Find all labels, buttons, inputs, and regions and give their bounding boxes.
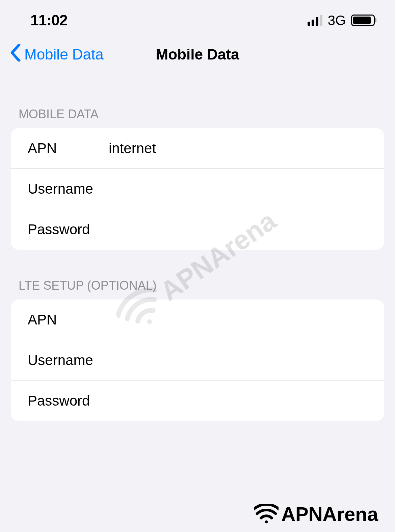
signal-icon	[308, 15, 322, 26]
row-password[interactable]: Password	[11, 209, 384, 250]
section-header-lte: LTE SETUP (OPTIONAL)	[0, 250, 395, 299]
battery-icon	[351, 15, 375, 26]
chevron-left-icon	[10, 44, 21, 65]
row-label-username: Username	[28, 181, 109, 197]
apn-input[interactable]	[109, 140, 367, 156]
section-header-mobile-data: MOBILE DATA	[0, 78, 395, 128]
nav-bar: Mobile Data Mobile Data	[0, 37, 395, 78]
settings-group-mobile-data: APN Username Password	[11, 128, 384, 250]
row-lte-username[interactable]: Username	[11, 340, 384, 381]
row-username[interactable]: Username	[11, 169, 384, 209]
bottom-logo-text: APNArena	[281, 503, 378, 525]
row-apn[interactable]: APN	[11, 128, 384, 169]
status-bar: 11:02 3G	[0, 0, 395, 37]
page-title: Mobile Data	[156, 46, 239, 63]
status-time: 11:02	[30, 12, 68, 29]
row-label-lte-username: Username	[28, 352, 109, 368]
back-button[interactable]: Mobile Data	[10, 44, 104, 65]
username-input[interactable]	[109, 181, 367, 197]
settings-group-lte: APN Username Password	[11, 299, 384, 421]
lte-password-input[interactable]	[109, 393, 367, 409]
lte-username-input[interactable]	[109, 352, 367, 368]
row-label-password: Password	[28, 221, 109, 238]
row-lte-password[interactable]: Password	[11, 381, 384, 421]
password-input[interactable]	[109, 221, 367, 238]
row-label-lte-password: Password	[28, 393, 109, 409]
row-label-lte-apn: APN	[28, 312, 109, 328]
wifi-icon	[254, 504, 279, 524]
status-right: 3G	[308, 13, 375, 28]
network-type: 3G	[328, 13, 346, 28]
bottom-logo: APNArena	[254, 503, 378, 525]
lte-apn-input[interactable]	[109, 312, 367, 328]
row-lte-apn[interactable]: APN	[11, 299, 384, 340]
back-label: Mobile Data	[24, 46, 104, 63]
row-label-apn: APN	[28, 140, 109, 156]
